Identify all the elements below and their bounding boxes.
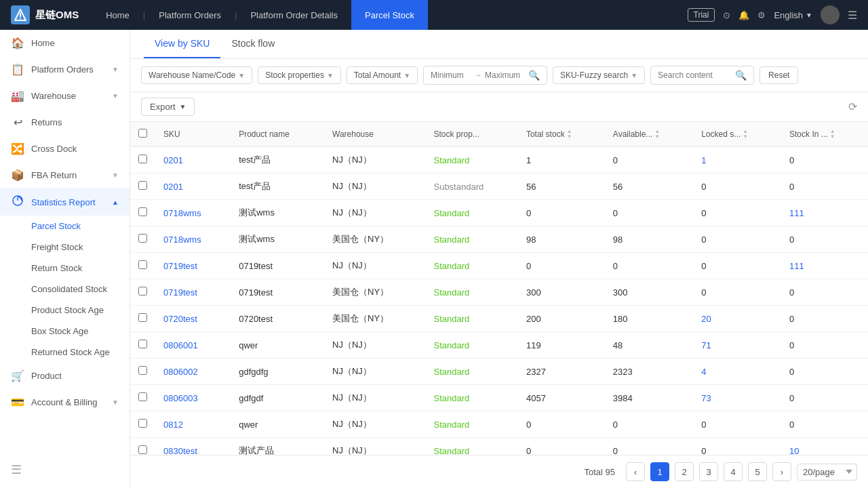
row-checkbox[interactable] bbox=[138, 445, 147, 454]
stock-in-link[interactable]: 111 bbox=[789, 261, 804, 271]
max-field[interactable] bbox=[485, 70, 526, 80]
page-button-1[interactable]: 1 bbox=[650, 462, 669, 481]
prev-page-button[interactable]: ‹ bbox=[626, 462, 645, 481]
sku-link[interactable]: 0718wms bbox=[163, 235, 201, 245]
stock-props-filter[interactable]: Stock properties ▼ bbox=[258, 66, 341, 84]
row-checkbox-cell[interactable] bbox=[130, 411, 155, 438]
sidebar-sub-item-parcel-stock[interactable]: Parcel Stock bbox=[31, 216, 130, 237]
amount-filter[interactable]: Total Amount ▼ bbox=[347, 66, 418, 84]
user-avatar[interactable] bbox=[821, 5, 840, 24]
sku-link[interactable]: 0720test bbox=[163, 314, 197, 324]
sku-link[interactable]: 0201 bbox=[163, 182, 183, 192]
locked-link[interactable]: 4 bbox=[701, 367, 706, 377]
row-checkbox-cell[interactable] bbox=[130, 200, 155, 226]
row-checkbox[interactable] bbox=[138, 313, 147, 322]
refresh-button[interactable]: ⟳ bbox=[848, 100, 857, 113]
page-button-5[interactable]: 5 bbox=[748, 462, 767, 481]
row-checkbox-cell[interactable] bbox=[130, 279, 155, 306]
tab-view-by-sku[interactable]: View by SKU bbox=[144, 30, 220, 58]
nav-tab-platform-order-details[interactable]: Platform Order Details bbox=[237, 0, 351, 30]
locked-link[interactable]: 71 bbox=[701, 340, 711, 350]
locked-link[interactable]: 73 bbox=[701, 393, 711, 403]
next-page-button[interactable]: › bbox=[772, 462, 791, 481]
sku-link[interactable]: 0806001 bbox=[163, 340, 198, 350]
min-field[interactable] bbox=[431, 70, 471, 80]
page-size-selector[interactable]: 20/page 50/page 100/page bbox=[797, 464, 857, 481]
nav-tab-parcel-stock[interactable]: Parcel Stock bbox=[351, 0, 428, 30]
content-search[interactable]: 🔍 bbox=[650, 66, 754, 85]
sku-link[interactable]: 0830test bbox=[163, 446, 197, 455]
sku-link[interactable]: 0806002 bbox=[163, 367, 198, 377]
row-checkbox[interactable] bbox=[138, 207, 147, 216]
row-checkbox[interactable] bbox=[138, 366, 147, 375]
row-checkbox[interactable] bbox=[138, 340, 147, 348]
nav-tab-home[interactable]: Home bbox=[92, 0, 143, 30]
search-icon[interactable]: 🔍 bbox=[735, 70, 747, 81]
sidebar-item-platform-orders[interactable]: 📋 Platform Orders ▼ bbox=[0, 56, 130, 83]
col-available[interactable]: Available... ▲▼ bbox=[605, 122, 693, 147]
page-button-4[interactable]: 4 bbox=[724, 462, 743, 481]
menu-icon[interactable]: ☰ bbox=[848, 9, 857, 22]
tab-stock-flow[interactable]: Stock flow bbox=[220, 30, 285, 58]
page-button-2[interactable]: 2 bbox=[675, 462, 694, 481]
locked-link[interactable]: 20 bbox=[701, 314, 711, 324]
row-checkbox-cell[interactable] bbox=[130, 147, 155, 174]
row-checkbox[interactable] bbox=[138, 419, 147, 428]
notifications-icon[interactable]: 🔔 bbox=[738, 10, 749, 20]
sku-link[interactable]: 0812 bbox=[163, 420, 183, 430]
row-checkbox-cell[interactable] bbox=[130, 253, 155, 279]
row-checkbox-cell[interactable] bbox=[130, 226, 155, 253]
sidebar-item-cross-dock[interactable]: 🔀 Cross Dock bbox=[0, 136, 130, 162]
sidebar-sub-item-returned-stock-age[interactable]: Returned Stock Age bbox=[31, 342, 130, 363]
row-checkbox-cell[interactable] bbox=[130, 306, 155, 332]
row-checkbox-cell[interactable] bbox=[130, 385, 155, 411]
sidebar-item-account-billing[interactable]: 💳 Account & Billing ▼ bbox=[0, 389, 130, 415]
sku-link[interactable]: 0719test bbox=[163, 261, 197, 271]
sidebar-sub-item-return-stock[interactable]: Return Stock bbox=[31, 258, 130, 279]
sidebar-sub-item-freight-stock[interactable]: Freight Stock bbox=[31, 237, 130, 258]
sku-link[interactable]: 0201 bbox=[163, 155, 183, 165]
sidebar-sub-item-box-stock-age[interactable]: Box Stock Age bbox=[31, 321, 130, 342]
sidebar-item-fba-return[interactable]: 📦 FBA Return ▼ bbox=[0, 162, 130, 188]
row-checkbox[interactable] bbox=[138, 234, 147, 243]
search-input[interactable] bbox=[658, 70, 732, 80]
sku-search-filter[interactable]: SKU-Fuzzy search ▼ bbox=[553, 66, 645, 84]
row-checkbox-cell[interactable] bbox=[130, 332, 155, 359]
warehouse-filter[interactable]: Warehouse Name/Code ▼ bbox=[141, 66, 252, 84]
export-button[interactable]: Export ▼ bbox=[141, 98, 195, 116]
sku-link[interactable]: 0719test bbox=[163, 287, 197, 298]
row-checkbox[interactable] bbox=[138, 287, 147, 296]
reset-button[interactable]: Reset bbox=[760, 66, 798, 84]
row-checkbox[interactable] bbox=[138, 155, 147, 163]
col-locked[interactable]: Locked s... ▲▼ bbox=[693, 122, 781, 147]
language-selector[interactable]: English ▼ bbox=[774, 10, 812, 20]
select-all-checkbox[interactable] bbox=[138, 129, 147, 138]
sidebar-sub-item-consolidated-stock[interactable]: Consolidated Stock bbox=[31, 279, 130, 300]
stock-in-link[interactable]: 10 bbox=[789, 446, 799, 455]
sidebar-item-product[interactable]: 🛒 Product bbox=[0, 363, 130, 389]
sku-link[interactable]: 0806003 bbox=[163, 393, 198, 403]
select-all-header[interactable] bbox=[130, 122, 155, 147]
page-button-3[interactable]: 3 bbox=[699, 462, 718, 481]
min-amount-input[interactable]: → 🔍 bbox=[423, 66, 547, 85]
row-checkbox[interactable] bbox=[138, 181, 147, 190]
sku-link[interactable]: 0718wms bbox=[163, 208, 201, 218]
row-checkbox-cell[interactable] bbox=[130, 438, 155, 455]
col-total-stock[interactable]: Total stock ▲▼ bbox=[518, 122, 605, 147]
nav-tab-platform-orders[interactable]: Platform Orders bbox=[145, 0, 235, 30]
row-checkbox[interactable] bbox=[138, 392, 147, 401]
sidebar-item-home[interactable]: 🏠 Home bbox=[0, 30, 130, 56]
stock-in-link[interactable]: 111 bbox=[789, 208, 804, 218]
sidebar-item-statistics-report[interactable]: Statistics Report ▲ bbox=[0, 188, 130, 216]
row-checkbox[interactable] bbox=[138, 260, 147, 269]
sidebar-item-returns[interactable]: ↩ Returns bbox=[0, 109, 130, 136]
row-checkbox-cell[interactable] bbox=[130, 359, 155, 385]
col-stock-in[interactable]: Stock In ... ▲▼ bbox=[781, 122, 868, 147]
row-checkbox-cell[interactable] bbox=[130, 174, 155, 200]
sidebar-sub-item-product-stock-age[interactable]: Product Stock Age bbox=[31, 300, 130, 321]
settings-icon[interactable]: ⚙ bbox=[757, 10, 766, 20]
sidebar-item-warehouse[interactable]: 🏭 Warehouse ▼ bbox=[0, 83, 130, 109]
search-icon[interactable]: 🔍 bbox=[528, 70, 540, 81]
help-icon[interactable]: ⊙ bbox=[723, 10, 730, 20]
locked-link[interactable]: 1 bbox=[701, 155, 706, 165]
